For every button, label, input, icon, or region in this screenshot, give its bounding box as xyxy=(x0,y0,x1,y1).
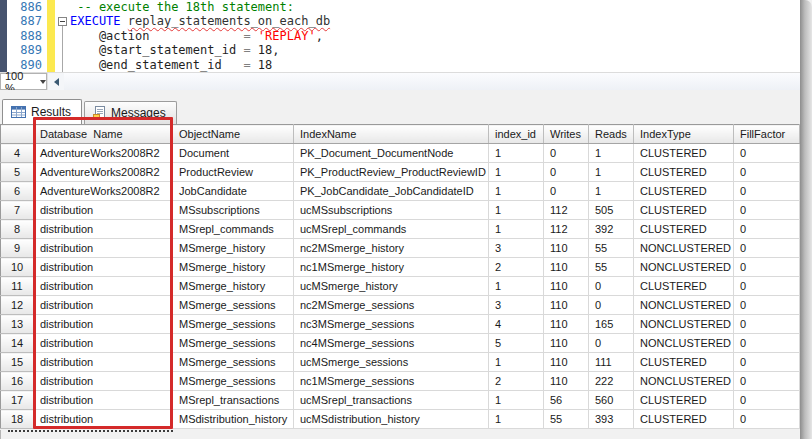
row-number[interactable]: 18 xyxy=(1,410,34,429)
cell[interactable]: 0 xyxy=(734,201,800,220)
row-number[interactable]: 5 xyxy=(1,163,34,182)
cell[interactable]: MSmerge_history xyxy=(173,258,294,277)
row-number[interactable]: 8 xyxy=(1,220,34,239)
cell[interactable]: CLUSTERED xyxy=(634,391,734,410)
cell[interactable]: nc3MSmerge_sessions xyxy=(294,315,489,334)
cell[interactable]: 0 xyxy=(734,372,800,391)
cell[interactable]: MSrepl_commands xyxy=(173,220,294,239)
cell[interactable]: 110 xyxy=(544,334,589,353)
cell[interactable]: 0 xyxy=(589,277,634,296)
row-number[interactable]: 9 xyxy=(1,239,34,258)
cell[interactable]: 0 xyxy=(734,315,800,334)
cell[interactable]: CLUSTERED xyxy=(634,182,734,201)
cell[interactable]: CLUSTERED xyxy=(634,410,734,429)
row-number[interactable]: 17 xyxy=(1,391,34,410)
cell[interactable]: 112 xyxy=(544,220,589,239)
row-number[interactable]: 6 xyxy=(1,182,34,201)
cell[interactable]: 55 xyxy=(589,239,634,258)
row-number[interactable]: 4 xyxy=(1,144,34,163)
cell[interactable]: NONCLUSTERED xyxy=(634,239,734,258)
cell[interactable]: MSmerge_sessions xyxy=(173,372,294,391)
cell[interactable]: CLUSTERED xyxy=(634,220,734,239)
cell[interactable]: NONCLUSTERED xyxy=(634,258,734,277)
cell[interactable]: 0 xyxy=(734,353,800,372)
cell[interactable]: nc2MSmerge_sessions xyxy=(294,296,489,315)
column-header[interactable]: ObjectName xyxy=(173,125,294,144)
cell[interactable]: 110 xyxy=(544,258,589,277)
zoom-level-dropdown[interactable]: 100 % xyxy=(0,73,47,90)
cell[interactable]: 2 xyxy=(489,258,544,277)
scroll-left-button[interactable] xyxy=(47,73,64,90)
cell[interactable]: PK_ProductReview_ProductReviewID xyxy=(294,163,489,182)
row-number[interactable]: 15 xyxy=(1,353,34,372)
cell[interactable]: 112 xyxy=(544,201,589,220)
row-number[interactable]: 14 xyxy=(1,334,34,353)
cell[interactable]: NONCLUSTERED xyxy=(634,315,734,334)
cell[interactable]: NONCLUSTERED xyxy=(634,372,734,391)
cell[interactable]: 1 xyxy=(589,163,634,182)
cell[interactable]: ucMSrepl_commands xyxy=(294,220,489,239)
cell[interactable]: 2 xyxy=(489,372,544,391)
cell[interactable]: MSmerge_sessions xyxy=(173,334,294,353)
cell[interactable]: MSmerge_history xyxy=(173,239,294,258)
cell[interactable]: ucMSmerge_sessions xyxy=(294,353,489,372)
cell[interactable]: 1 xyxy=(489,410,544,429)
cell[interactable]: 1 xyxy=(489,277,544,296)
cell[interactable]: MSrepl_transactions xyxy=(173,391,294,410)
cell[interactable]: CLUSTERED xyxy=(634,163,734,182)
cell[interactable]: 0 xyxy=(734,258,800,277)
cell[interactable]: MSmerge_sessions xyxy=(173,353,294,372)
cell[interactable]: PK_JobCandidate_JobCandidateID xyxy=(294,182,489,201)
cell[interactable]: nc1MSmerge_sessions xyxy=(294,372,489,391)
cell[interactable]: 3 xyxy=(489,239,544,258)
cell[interactable]: nc2MSmerge_history xyxy=(294,239,489,258)
cell[interactable]: ucMSrepl_transactions xyxy=(294,391,489,410)
cell[interactable]: MSmerge_sessions xyxy=(173,315,294,334)
row-number[interactable]: 16 xyxy=(1,372,34,391)
cell[interactable]: ucMSmerge_history xyxy=(294,277,489,296)
sql-editor[interactable]: 886887888889890 -- execute the 18th stat… xyxy=(0,0,800,72)
cell[interactable]: 393 xyxy=(589,410,634,429)
row-number[interactable]: 7 xyxy=(1,201,34,220)
cell[interactable]: MSmerge_sessions xyxy=(173,296,294,315)
cell[interactable]: 0 xyxy=(734,144,800,163)
cell[interactable]: ucMSdistribution_history xyxy=(294,410,489,429)
column-header[interactable]: FillFactor xyxy=(734,125,800,144)
cell[interactable]: ProductReview xyxy=(173,163,294,182)
cell[interactable]: 505 xyxy=(589,201,634,220)
cell[interactable]: 1 xyxy=(589,144,634,163)
column-header[interactable]: Writes xyxy=(544,125,589,144)
cell[interactable]: ucMSsubscriptions xyxy=(294,201,489,220)
cell[interactable]: 5 xyxy=(489,334,544,353)
collapse-region-button[interactable] xyxy=(58,17,67,26)
cell[interactable]: 3 xyxy=(489,296,544,315)
cell[interactable]: nc4MSmerge_sessions xyxy=(294,334,489,353)
cell[interactable]: 0 xyxy=(734,163,800,182)
cell[interactable]: 1 xyxy=(489,144,544,163)
cell[interactable]: MSsubscriptions xyxy=(173,201,294,220)
cell[interactable]: 0 xyxy=(589,334,634,353)
row-number[interactable]: 12 xyxy=(1,296,34,315)
cell[interactable]: 0 xyxy=(734,391,800,410)
cell[interactable]: 1 xyxy=(489,391,544,410)
cell[interactable]: 56 xyxy=(544,391,589,410)
cell[interactable]: 0 xyxy=(544,144,589,163)
row-number[interactable]: 13 xyxy=(1,315,34,334)
cell[interactable]: 1 xyxy=(489,353,544,372)
cell[interactable]: 0 xyxy=(734,239,800,258)
cell[interactable]: 0 xyxy=(734,410,800,429)
cell[interactable]: 55 xyxy=(589,258,634,277)
cell[interactable]: 0 xyxy=(589,296,634,315)
cell[interactable]: 0 xyxy=(544,163,589,182)
cell[interactable]: 1 xyxy=(489,220,544,239)
cell[interactable]: CLUSTERED xyxy=(634,201,734,220)
cell[interactable]: CLUSTERED xyxy=(634,277,734,296)
cell[interactable]: 110 xyxy=(544,239,589,258)
cell[interactable]: PK_Document_DocumentNode xyxy=(294,144,489,163)
cell[interactable]: 0 xyxy=(734,296,800,315)
cell[interactable]: JobCandidate xyxy=(173,182,294,201)
cell[interactable]: CLUSTERED xyxy=(634,144,734,163)
cell[interactable]: 110 xyxy=(544,315,589,334)
cell[interactable]: 110 xyxy=(544,296,589,315)
row-number[interactable]: 11 xyxy=(1,277,34,296)
